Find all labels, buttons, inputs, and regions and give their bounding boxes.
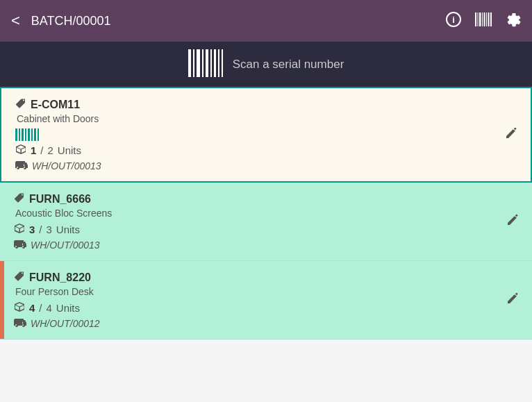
product-qty-row: 4 / 4 Units — [14, 301, 485, 315]
product-card: E-COM11 Cabinet with Doors — [0, 87, 532, 183]
svg-rect-24 — [31, 128, 33, 141]
product-card: FURN_8220 Four Person Desk 4 / 4 Units — [0, 261, 532, 340]
settings-icon[interactable] — [506, 12, 521, 31]
scan-prompt-text: Scan a serial number — [233, 58, 344, 72]
info-icon[interactable]: i — [446, 12, 461, 31]
svg-rect-18 — [222, 49, 223, 77]
svg-text:i: i — [452, 15, 455, 25]
product-id: FURN_8220 — [29, 271, 91, 284]
order-ref: WH/OUT/00012 — [31, 318, 100, 329]
app-header: < BATCH/00001 i — [0, 0, 532, 42]
svg-rect-7 — [486, 12, 487, 26]
qty-done: 3 — [29, 224, 35, 235]
svg-rect-19 — [15, 128, 17, 141]
svg-rect-8 — [488, 12, 490, 26]
product-order-row: WH/OUT/00013 — [15, 160, 483, 171]
header-icons: i — [446, 12, 521, 31]
svg-rect-2 — [475, 12, 476, 26]
qty-unit: Units — [58, 144, 81, 156]
truck-icon — [14, 317, 26, 329]
card-content: FURN_8220 Four Person Desk 4 / 4 Units — [4, 261, 493, 339]
mini-barcode-icon — [15, 128, 40, 141]
svg-rect-22 — [25, 128, 26, 141]
svg-rect-15 — [210, 49, 212, 77]
tag-icon — [14, 192, 25, 206]
svg-rect-3 — [478, 12, 479, 26]
order-ref: WH/OUT/00013 — [31, 240, 100, 251]
product-card: FURN_6666 Acoustic Bloc Screens 3 / 3 Un… — [0, 183, 532, 261]
order-ref: WH/OUT/00013 — [32, 160, 101, 171]
qty-separator: / — [39, 224, 42, 235]
back-button[interactable]: < — [11, 12, 20, 30]
product-barcode-row — [15, 128, 483, 141]
svg-rect-16 — [214, 49, 216, 77]
svg-rect-6 — [484, 12, 485, 26]
product-qty-row: 3 / 3 Units — [14, 223, 485, 236]
scan-bar: Scan a serial number — [0, 42, 532, 87]
product-id-row: FURN_8220 — [14, 271, 485, 284]
svg-rect-13 — [202, 49, 203, 77]
product-id-row: FURN_6666 — [14, 192, 485, 206]
svg-rect-11 — [193, 49, 194, 77]
qty-separator: / — [40, 144, 43, 156]
qty-done: 4 — [29, 302, 35, 314]
svg-rect-23 — [28, 128, 30, 141]
product-order-row: WH/OUT/00013 — [14, 239, 485, 251]
qty-total: 3 — [47, 224, 52, 235]
tag-icon — [14, 271, 25, 284]
svg-rect-12 — [197, 49, 200, 77]
product-description: Four Person Desk — [14, 286, 485, 297]
barcode-icon[interactable] — [475, 12, 492, 30]
svg-rect-17 — [218, 49, 219, 77]
qty-unit: Units — [56, 224, 80, 235]
box-icon — [15, 144, 26, 157]
product-description: Cabinet with Doors — [15, 113, 483, 124]
page-title: BATCH/00001 — [31, 14, 438, 28]
box-icon — [14, 223, 25, 236]
svg-rect-26 — [38, 128, 39, 141]
product-id: E-COM11 — [31, 99, 80, 111]
pencil-icon — [506, 292, 519, 309]
svg-rect-9 — [490, 12, 492, 26]
product-qty-row: 1 / 2 Units — [15, 144, 483, 157]
qty-total: 4 — [47, 302, 52, 314]
svg-rect-4 — [479, 12, 481, 26]
product-list: E-COM11 Cabinet with Doors — [0, 87, 532, 340]
card-content: E-COM11 Cabinet with Doors — [6, 88, 492, 181]
truck-icon — [15, 160, 28, 171]
svg-rect-5 — [482, 12, 483, 26]
product-order-row: WH/OUT/00012 — [14, 317, 485, 329]
product-id: FURN_6666 — [29, 193, 91, 206]
svg-rect-14 — [206, 49, 208, 77]
svg-rect-20 — [19, 128, 20, 141]
pencil-icon — [504, 126, 518, 144]
tag-icon — [15, 98, 26, 111]
svg-rect-25 — [34, 128, 36, 141]
box-icon — [14, 301, 25, 315]
card-content: FURN_6666 Acoustic Bloc Screens 3 / 3 Un… — [4, 183, 493, 260]
product-description: Acoustic Bloc Screens — [14, 208, 485, 219]
qty-separator: / — [39, 302, 42, 314]
truck-icon — [14, 239, 26, 251]
pencil-icon — [506, 213, 519, 231]
scan-barcode-icon — [188, 49, 223, 80]
edit-button[interactable] — [492, 88, 531, 181]
qty-total: 2 — [48, 144, 53, 156]
qty-unit: Units — [56, 302, 80, 314]
qty-done: 1 — [31, 144, 36, 156]
edit-button[interactable] — [493, 183, 532, 260]
svg-rect-21 — [22, 128, 24, 141]
edit-button[interactable] — [493, 261, 532, 339]
svg-rect-10 — [188, 49, 191, 77]
product-id-row: E-COM11 — [15, 98, 483, 111]
